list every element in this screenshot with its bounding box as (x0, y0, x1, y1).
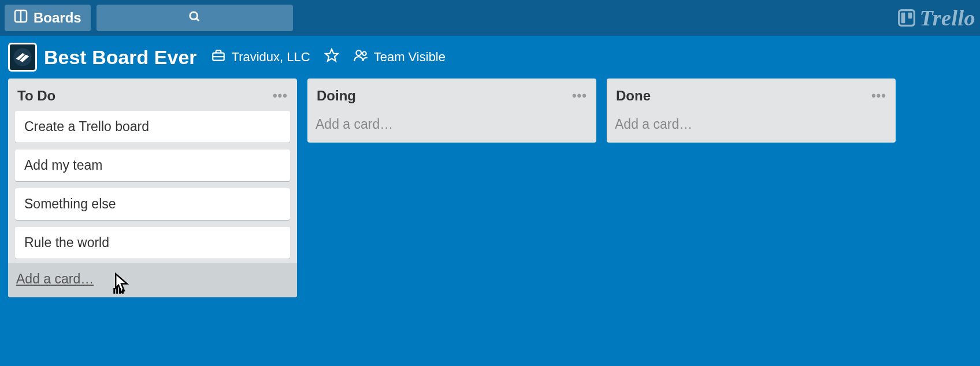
briefcase-icon (211, 48, 226, 66)
board-avatar-icon (13, 47, 32, 67)
card[interactable]: Rule the world (15, 227, 290, 259)
list-todo: To Do ••• Create a Trello board Add my t… (8, 79, 297, 297)
star-button[interactable] (324, 48, 339, 66)
list-doing: Doing ••• Add a card… (307, 79, 596, 143)
people-icon (353, 48, 368, 66)
add-card-label: Add a card… (615, 117, 692, 132)
board-header: Best Board Ever Travidux, LLC (0, 36, 980, 79)
svg-point-12 (356, 50, 361, 55)
svg-marker-11 (325, 49, 338, 61)
list-menu-button[interactable]: ••• (871, 88, 886, 103)
list-title[interactable]: Done (616, 88, 651, 104)
search-input[interactable] (96, 5, 293, 31)
boards-button[interactable]: Boards (5, 5, 91, 31)
card[interactable]: Something else (15, 188, 290, 220)
add-card-button[interactable]: Add a card… (307, 109, 596, 143)
list-header: Doing ••• (307, 84, 596, 109)
visibility-label: Team Visible (374, 50, 446, 65)
team-label: Travidux, LLC (232, 50, 310, 65)
list-title[interactable]: Doing (317, 88, 356, 104)
svg-rect-4 (899, 10, 915, 26)
list-done: Done ••• Add a card… (607, 79, 896, 143)
list-title[interactable]: To Do (17, 88, 55, 104)
brand-logo: Trello (897, 5, 975, 31)
list-menu-button[interactable]: ••• (273, 88, 288, 103)
cursor-icon (110, 272, 133, 298)
boards-icon (14, 9, 28, 27)
brand-text: Trello (919, 5, 975, 31)
trello-icon (897, 9, 916, 27)
add-card-label: Add a card… (16, 271, 94, 286)
svg-rect-5 (901, 13, 905, 24)
add-card-button[interactable]: Add a card… (607, 109, 896, 143)
topbar: Boards Trello (0, 0, 980, 36)
list-menu-button[interactable]: ••• (572, 88, 587, 103)
search-icon (188, 10, 201, 25)
svg-point-13 (362, 52, 366, 56)
list-header: To Do ••• (8, 84, 297, 109)
add-card-button[interactable]: Add a card… (8, 263, 297, 297)
board-canvas: To Do ••• Create a Trello board Add my t… (0, 79, 980, 366)
board-avatar[interactable] (8, 43, 37, 72)
svg-rect-6 (908, 13, 912, 19)
boards-button-label: Boards (34, 10, 81, 26)
star-icon (324, 48, 339, 66)
card[interactable]: Create a Trello board (15, 111, 290, 143)
visibility-button[interactable]: Team Visible (353, 48, 446, 66)
list-header: Done ••• (607, 84, 896, 109)
add-card-label: Add a card… (315, 117, 393, 132)
svg-point-2 (190, 12, 197, 20)
svg-line-3 (196, 18, 199, 21)
board-title[interactable]: Best Board Ever (44, 46, 197, 69)
team-button[interactable]: Travidux, LLC (211, 48, 310, 66)
card[interactable]: Add my team (15, 150, 290, 181)
card-container: Create a Trello board Add my team Someth… (8, 109, 297, 263)
